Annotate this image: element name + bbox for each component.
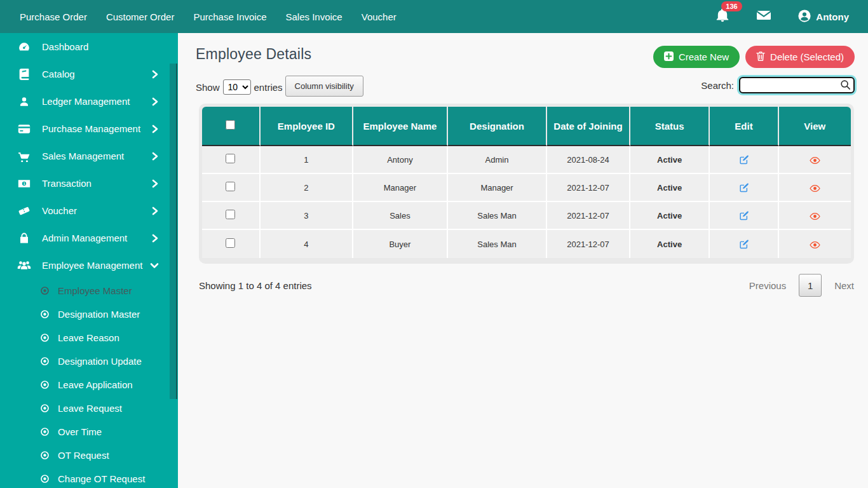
sidebar-item-label: Sales Management [42, 151, 124, 161]
row-checkbox[interactable] [226, 238, 235, 248]
col-employee-name[interactable]: Employee Name [353, 107, 448, 146]
sidebar-subitem-leave-request[interactable]: Leave Request [0, 396, 178, 420]
previous-page-button[interactable]: Previous [749, 280, 786, 291]
cell-date-of-joining: 2021-12-07 [547, 202, 630, 230]
nav-voucher[interactable]: Voucher [352, 11, 406, 22]
svg-text:1: 1 [23, 182, 25, 186]
table-row: 4 Buyer Sales Man 2021-12-07 Active [202, 230, 851, 258]
edit-icon[interactable] [739, 239, 749, 249]
dot-circle-icon [40, 451, 50, 460]
sidebar-subitem-leave-application[interactable]: Leave Application [0, 373, 178, 396]
nav-purchase-invoice[interactable]: Purchase Invoice [184, 11, 276, 22]
sidebar-subitem-over-time[interactable]: Over Time [0, 420, 178, 444]
create-new-button[interactable]: Create New [653, 46, 740, 68]
sidebar-item-label: Admin Management [42, 233, 127, 243]
sidebar-scrollbar[interactable] [170, 64, 177, 399]
sidebar-item-transaction[interactable]: 1 Transaction [0, 170, 178, 197]
notification-count-badge: 136 [721, 1, 742, 11]
sidebar-item-dashboard[interactable]: Dashboard [0, 33, 178, 60]
edit-icon[interactable] [739, 182, 749, 193]
pagination: Previous 1 Next [749, 274, 854, 297]
status-badge: Active [630, 174, 710, 202]
dot-circle-icon [40, 286, 50, 295]
sidebar-subitem-ot-request[interactable]: OT Request [0, 444, 178, 467]
cell-employee-id: 2 [261, 174, 353, 202]
col-date-of-joining[interactable]: Date of Joining [547, 107, 630, 146]
sidebar-item-label: Employee Management [42, 260, 142, 271]
delete-selected-button[interactable]: Delete (Selected) [745, 46, 855, 68]
row-checkbox[interactable] [226, 182, 235, 191]
nav-customer-order[interactable]: Customer Order [97, 11, 184, 22]
col-employee-id[interactable]: Employee ID [261, 107, 353, 146]
sidebar-subitem-label: Designation Master [58, 309, 140, 320]
view-eye-icon[interactable] [810, 156, 820, 165]
sidebar-item-label: Ledger Management [42, 96, 130, 107]
sidebar-item-ledger-management[interactable]: Ledger Management [0, 88, 178, 115]
sidebar-item-sales-management[interactable]: Sales Management [0, 142, 178, 170]
cell-employee-name: Antony [353, 146, 448, 174]
user-circle-icon [797, 9, 811, 25]
edit-icon[interactable] [739, 154, 749, 165]
chevron-right-icon [151, 207, 159, 215]
status-badge: Active [630, 202, 710, 230]
row-checkbox[interactable] [226, 210, 235, 219]
sidebar-subitem-change-ot-request[interactable]: Change OT Request [0, 467, 178, 488]
sidebar-item-label: Transaction [42, 178, 92, 189]
cell-date-of-joining: 2021-08-24 [547, 146, 630, 174]
notifications-button[interactable]: 136 [715, 8, 730, 25]
cell-employee-id: 3 [261, 202, 353, 230]
sidebar-subitem-employee-master[interactable]: Employee Master [0, 279, 178, 302]
view-eye-icon[interactable] [810, 184, 820, 193]
sidebar-item-voucher[interactable]: Voucher [0, 197, 178, 224]
sidebar-subitem-designation-update[interactable]: Designation Update [0, 349, 178, 373]
chevron-right-icon [151, 234, 159, 243]
sidebar-subitem-label: Leave Request [58, 403, 122, 414]
select-all-checkbox[interactable] [226, 120, 235, 130]
sidebar-subitem-label: Change OT Request [58, 473, 145, 484]
current-page-button[interactable]: 1 [799, 274, 822, 297]
next-page-button[interactable]: Next [834, 280, 854, 291]
view-eye-icon[interactable] [810, 241, 820, 249]
chevron-down-icon [150, 262, 159, 269]
cell-date-of-joining: 2021-12-07 [547, 230, 630, 258]
nav-purchase-order[interactable]: Purchase Order [10, 11, 97, 22]
nav-sales-invoice[interactable]: Sales Invoice [276, 11, 352, 22]
cell-employee-name: Manager [353, 174, 448, 202]
cell-employee-id: 4 [261, 230, 353, 258]
sidebar-item-label: Catalog [42, 69, 75, 79]
edit-icon[interactable] [739, 210, 749, 220]
sidebar-item-employee-management[interactable]: Employee Management [0, 252, 178, 279]
row-checkbox[interactable] [226, 154, 235, 163]
dot-circle-icon [40, 427, 50, 437]
user-icon [17, 96, 31, 107]
status-badge: Active [630, 146, 710, 174]
dot-circle-icon [40, 403, 50, 413]
user-menu[interactable]: Antony [797, 9, 849, 25]
table-row: 2 Manager Manager 2021-12-07 Active [202, 174, 851, 202]
col-view[interactable]: View [779, 107, 851, 146]
col-designation[interactable]: Designation [448, 107, 547, 146]
gauge-icon [17, 41, 31, 53]
sidebar-item-admin-management[interactable]: Admin Management [0, 224, 178, 252]
sidebar-subitem-label: OT Request [58, 450, 109, 461]
sidebar-item-catalog[interactable]: Catalog [0, 60, 178, 88]
sidebar-subitem-designation-master[interactable]: Designation Master [0, 302, 178, 326]
money-bill-icon: 1 [17, 179, 31, 188]
table-row: 1 Antony Admin 2021-08-24 Active [202, 146, 851, 174]
employee-table-card: Employee ID Employee Name Designation Da… [199, 104, 854, 264]
column-visibility-button[interactable]: Column visibility [285, 76, 363, 97]
page-length-select[interactable]: 10 [223, 79, 251, 95]
col-edit[interactable]: Edit [710, 107, 778, 146]
col-status[interactable]: Status [630, 107, 710, 146]
entries-label: entries [254, 82, 283, 93]
trash-icon [756, 51, 765, 63]
messages-button[interactable] [756, 8, 772, 25]
ticket-icon [17, 205, 31, 217]
search-input[interactable] [739, 77, 855, 93]
table-header-row: Employee ID Employee Name Designation Da… [202, 107, 851, 146]
create-new-label: Create New [679, 51, 729, 62]
sidebar-subitem-leave-reason[interactable]: Leave Reason [0, 326, 178, 349]
dot-circle-icon [40, 309, 50, 319]
sidebar-item-purchase-management[interactable]: Purchase Management [0, 115, 178, 142]
view-eye-icon[interactable] [810, 212, 820, 220]
